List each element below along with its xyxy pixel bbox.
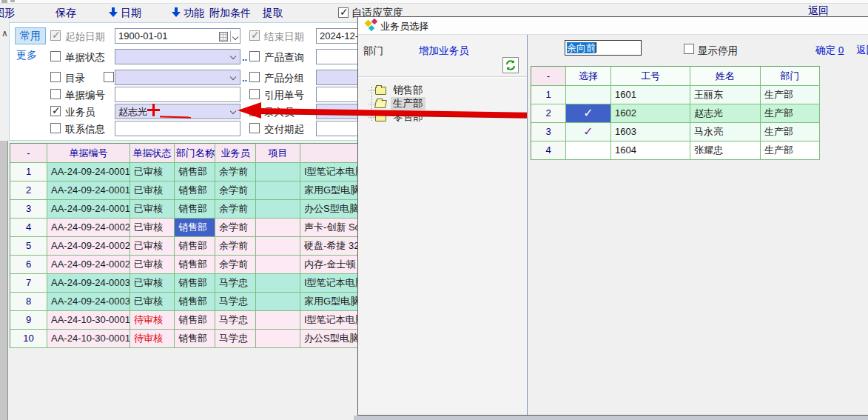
- doc-no-cell[interactable]: AA-24-09-24-0002: [47, 256, 130, 274]
- employee-dept-cell[interactable]: 生产部: [761, 141, 820, 160]
- toolbar-item-date[interactable]: 日期: [109, 7, 141, 20]
- employee-id-cell[interactable]: 1601: [611, 86, 690, 104]
- table-row[interactable]: 3✓1603马永亮生产部: [531, 123, 820, 141]
- toolbar-item-graph[interactable]: 图形: [0, 7, 15, 20]
- doc-no-cell[interactable]: AA-24-09-24-0001: [47, 200, 130, 219]
- salesperson-cell[interactable]: 余学前: [215, 200, 256, 219]
- status-cell[interactable]: 已审核: [130, 293, 175, 311]
- row-number-cell[interactable]: 1: [10, 163, 47, 181]
- doc-no-cell[interactable]: AA-24-09-24-0003: [47, 274, 130, 293]
- project-cell[interactable]: [256, 256, 300, 274]
- toolbar-item-function[interactable]: 功能: [172, 7, 204, 20]
- project-cell[interactable]: [256, 311, 300, 330]
- column-header[interactable]: 业务员: [215, 144, 256, 163]
- employee-dept-cell[interactable]: 生产部: [761, 86, 820, 104]
- dialog-titlebar[interactable]: 业务员选择: [358, 17, 868, 35]
- row-number-cell[interactable]: 3: [531, 123, 566, 141]
- project-cell[interactable]: [256, 163, 300, 181]
- start-date-checkbox[interactable]: [50, 30, 61, 41]
- row-number-cell[interactable]: 9: [10, 311, 47, 330]
- row-number-cell[interactable]: 4: [10, 219, 47, 237]
- status-cell[interactable]: 已审核: [130, 256, 175, 274]
- employee-dept-cell[interactable]: 生产部: [761, 104, 820, 123]
- column-header[interactable]: 单据状态: [130, 144, 175, 163]
- catalog-checkbox[interactable]: [50, 72, 61, 82]
- employee-id-cell[interactable]: 1603: [611, 123, 690, 141]
- status-cell[interactable]: 已审核: [130, 274, 175, 293]
- ref-no-checkbox[interactable]: [249, 89, 260, 99]
- salesperson-cell[interactable]: 余学前: [215, 256, 256, 274]
- employee-id-cell[interactable]: 1602: [611, 104, 690, 123]
- doc-no-cell[interactable]: AA-24-09-24-0002: [47, 237, 130, 256]
- employee-id-cell[interactable]: 1604: [611, 141, 690, 160]
- row-number-cell[interactable]: 6: [10, 256, 47, 274]
- salesperson-cell[interactable]: 余学前: [215, 237, 256, 256]
- employee-name-cell[interactable]: 马永亮: [690, 123, 761, 141]
- dialog-back-button[interactable]: 返回: [856, 44, 868, 57]
- doc-no-cell[interactable]: AA-24-10-30-0001: [47, 311, 130, 330]
- toolbar-item-conditions[interactable]: 附加条件: [209, 7, 251, 20]
- calendar-icon[interactable]: [219, 32, 228, 41]
- project-cell[interactable]: [256, 219, 300, 237]
- project-cell[interactable]: [256, 274, 300, 293]
- dept-cell[interactable]: 销售部: [175, 181, 215, 200]
- vertical-scrollbar[interactable]: [0, 141, 8, 420]
- doc-no-checkbox[interactable]: [50, 89, 61, 99]
- project-cell[interactable]: [256, 181, 300, 200]
- select-checkbox-cell[interactable]: [566, 86, 611, 104]
- dept-cell[interactable]: 销售部: [175, 293, 215, 311]
- row-number-cell[interactable]: 10: [10, 330, 47, 348]
- salesperson-cell[interactable]: 余学前: [215, 219, 256, 237]
- column-header[interactable]: 工号: [611, 67, 690, 86]
- column-header[interactable]: -: [531, 67, 566, 86]
- project-cell[interactable]: [256, 293, 300, 311]
- chevron-down-icon[interactable]: [230, 74, 236, 80]
- chevron-down-icon[interactable]: [230, 53, 236, 59]
- dept-cell[interactable]: 销售部: [175, 219, 215, 237]
- column-header[interactable]: 部门: [761, 67, 820, 86]
- project-cell[interactable]: [256, 200, 300, 219]
- contact-checkbox[interactable]: [50, 123, 61, 133]
- status-cell[interactable]: 已审核: [130, 237, 175, 256]
- dept-cell[interactable]: 销售部: [175, 200, 215, 219]
- tree-item-2[interactable]: 生产部: [369, 97, 425, 110]
- column-header[interactable]: 部门名称: [175, 144, 215, 163]
- dept-cell[interactable]: 销售部: [175, 163, 215, 181]
- status-cell[interactable]: 已审核: [130, 200, 175, 219]
- salesperson-cell[interactable]: 余学前: [215, 181, 256, 200]
- product-group-checkbox[interactable]: [249, 72, 260, 82]
- status-cell[interactable]: 已审核: [130, 163, 175, 181]
- salesperson-checkbox[interactable]: [50, 106, 61, 116]
- salesperson-cell[interactable]: 马学忠: [215, 293, 256, 311]
- toolbar-item-save[interactable]: 保存: [55, 7, 76, 20]
- table-row[interactable]: 41604张耀忠生产部: [531, 141, 820, 160]
- project-cell[interactable]: [256, 237, 300, 256]
- select-checkbox-cell[interactable]: ✓: [566, 104, 611, 123]
- select-checkbox-cell[interactable]: [566, 141, 611, 160]
- status-cell[interactable]: 待审核: [130, 330, 175, 348]
- doc-no-cell[interactable]: AA-24-09-24-0003: [47, 293, 130, 311]
- end-date-checkbox[interactable]: [249, 30, 260, 41]
- salesperson-cell[interactable]: 马学忠: [215, 274, 256, 293]
- doc-no-cell[interactable]: AA-24-09-24-0002: [47, 219, 130, 237]
- salesperson-cell[interactable]: 马学忠: [215, 311, 256, 330]
- doc-no-cell[interactable]: AA-24-09-24-0001: [47, 163, 130, 181]
- column-header[interactable]: 选择: [566, 67, 611, 86]
- doc-status-checkbox[interactable]: [50, 51, 61, 61]
- start-date-input[interactable]: 1900-01-01: [115, 28, 240, 44]
- dept-cell[interactable]: 销售部: [175, 311, 215, 330]
- dept-cell[interactable]: 销售部: [175, 274, 215, 293]
- status-cell[interactable]: 已审核: [130, 181, 175, 200]
- row-number-cell[interactable]: 2: [10, 181, 47, 200]
- row-number-cell[interactable]: 4: [531, 141, 566, 160]
- select-checkbox-cell[interactable]: ✓: [566, 123, 611, 141]
- tab-more[interactable]: 更多: [16, 49, 37, 62]
- auto-width-checkbox[interactable]: [338, 7, 349, 18]
- employee-name-cell[interactable]: 赵志光: [690, 104, 761, 123]
- delivery-from-checkbox[interactable]: [249, 123, 260, 133]
- row-number-cell[interactable]: 8: [10, 293, 47, 311]
- toolbar-item-extract[interactable]: 提取: [263, 7, 283, 20]
- add-salesperson-button[interactable]: 增加业务员: [419, 44, 469, 58]
- employee-name-cell[interactable]: 张耀忠: [690, 141, 761, 160]
- contact-input[interactable]: [115, 121, 240, 136]
